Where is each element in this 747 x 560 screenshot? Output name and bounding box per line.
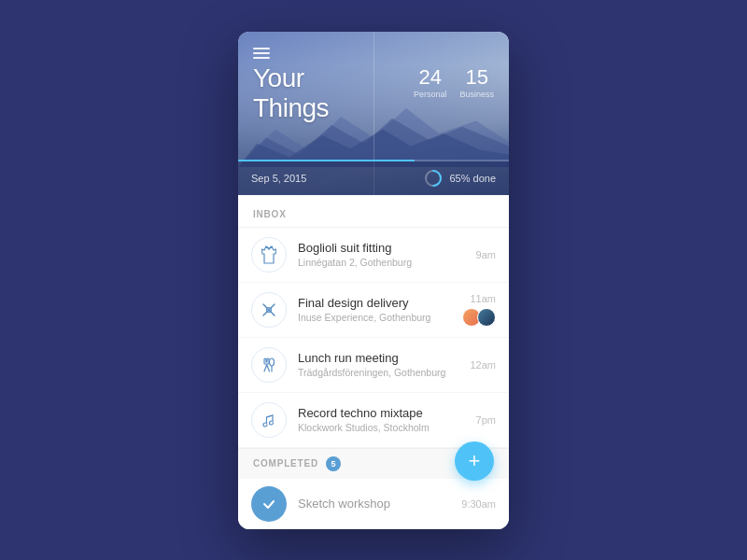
completed-label-wrap: COMPLETED 5	[253, 456, 341, 471]
suit-content: Boglioli suit fitting Linnégatan 2, Goth…	[298, 241, 465, 268]
suit-time: 9am	[476, 249, 496, 260]
date-text: Sep 5, 2015	[251, 173, 306, 184]
progress-circle-wrap: 65% done	[423, 168, 496, 189]
music-time: 7pm	[476, 414, 496, 426]
progress-circle-icon	[423, 168, 444, 189]
inbox-item-design[interactable]: Final design delivery Inuse Experience, …	[238, 283, 509, 338]
inbox-section: INBOX Boglioli suit fitting Linnégatan 2…	[238, 195, 509, 448]
completed-item-time: 9:30am	[461, 498, 496, 510]
fab-icon: +	[469, 449, 481, 473]
completed-item-title: Sketch workshop	[298, 497, 450, 511]
stat-personal-count: 24	[414, 67, 447, 88]
suit-title: Boglioli suit fitting	[298, 241, 465, 255]
stat-business-count: 15	[459, 67, 494, 88]
completed-label: COMPLETED	[253, 458, 318, 469]
inbox-item-suit[interactable]: Boglioli suit fitting Linnégatan 2, Goth…	[238, 228, 509, 283]
svg-point-8	[270, 358, 275, 366]
lunch-content: Lunch run meeting Trädgårdsföreningen, G…	[298, 351, 458, 378]
design-title: Final design delivery	[298, 296, 451, 310]
music-content: Record techno mixtape Klockwork Studios,…	[298, 406, 465, 433]
fab-add-button[interactable]: +	[455, 441, 494, 481]
hamburger-line	[253, 52, 270, 54]
completed-count-badge: 5	[326, 456, 341, 471]
lunch-title: Lunch run meeting	[298, 351, 458, 365]
design-time: 11am	[470, 293, 496, 304]
avatar-2	[477, 308, 496, 327]
header-section: Your Things 24 Personal 15 Business	[238, 32, 509, 195]
stat-personal-label: Personal	[414, 90, 447, 99]
inbox-item-lunch[interactable]: Lunch run meeting Trädgårdsföreningen, G…	[238, 338, 509, 393]
stat-business: 15 Business	[459, 67, 494, 99]
menu-button[interactable]	[253, 45, 270, 62]
lunch-time: 12am	[470, 359, 496, 371]
header-title: Your Things	[253, 63, 329, 123]
hamburger-line	[253, 48, 270, 49]
progress-done-text: 65% done	[449, 173, 496, 184]
inbox-item-music[interactable]: Record techno mixtape Klockwork Studios,…	[238, 393, 509, 448]
svg-line-10	[267, 415, 274, 417]
title-line2: Things	[253, 93, 329, 123]
music-subtitle: Klockwork Studios, Stockholm	[298, 422, 465, 433]
music-right: 7pm	[476, 414, 496, 426]
header-stats: 24 Personal 15 Business	[414, 67, 494, 99]
design-right: 11am	[462, 293, 496, 327]
lunch-subtitle: Trädgårdsföreningen, Gothenburg	[298, 367, 458, 378]
stat-business-label: Business	[459, 90, 494, 99]
title-line1: Your	[253, 63, 329, 93]
design-content: Final design delivery Inuse Experience, …	[298, 296, 451, 323]
suit-right: 9am	[476, 249, 496, 260]
design-icon	[251, 292, 287, 328]
inbox-label: INBOX	[253, 209, 287, 219]
design-avatars	[462, 308, 496, 327]
completed-check-icon	[251, 486, 287, 522]
music-icon	[251, 402, 287, 438]
lunch-right: 12am	[470, 359, 496, 371]
suit-subtitle: Linnégatan 2, Gothenburg	[298, 257, 465, 268]
lunch-icon	[251, 347, 287, 383]
stat-personal: 24 Personal	[414, 67, 447, 99]
inbox-header: INBOX	[238, 195, 509, 228]
suit-icon	[251, 237, 287, 273]
design-subtitle: Inuse Experience, Gothenburg	[298, 312, 451, 323]
hamburger-line	[253, 57, 270, 59]
header-date-bar: Sep 5, 2015 65% done	[238, 161, 509, 195]
completed-item-sketch[interactable]: Sketch workshop 9:30am	[238, 479, 509, 529]
music-title: Record techno mixtape	[298, 406, 465, 420]
